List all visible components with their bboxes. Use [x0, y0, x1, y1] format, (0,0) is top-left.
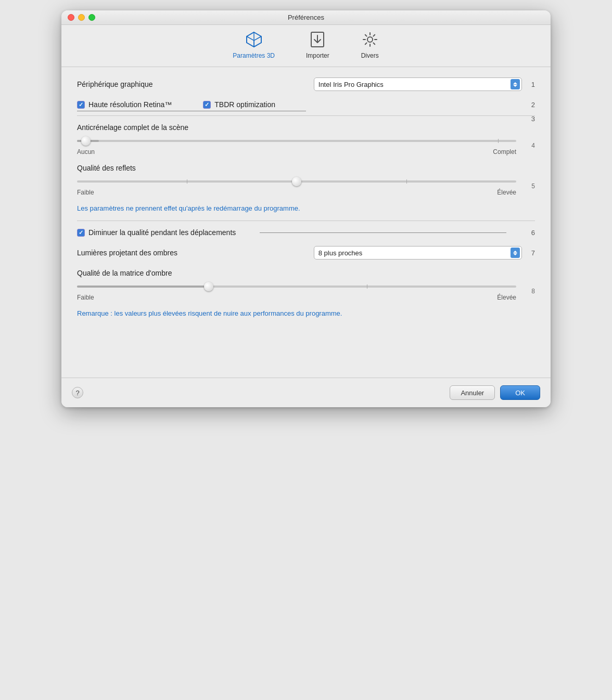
tab-divers[interactable]: Divers: [361, 30, 379, 59]
graphics-select[interactable]: Intel Iris Pro Graphics: [314, 77, 522, 91]
anticrenelag-slider-row: Aucun Complet 4: [77, 136, 535, 155]
annotation-6: 6: [531, 229, 535, 237]
matrice-thumb[interactable]: [204, 282, 213, 291]
anticrenelag-tick: [498, 139, 499, 143]
retina-checkbox-item[interactable]: Haute résolution Retina™: [77, 100, 172, 109]
ok-button[interactable]: OK: [500, 385, 540, 400]
annotation-3: 3: [531, 115, 535, 123]
toolbar: Paramètres 3D Importer Divers: [61, 25, 551, 67]
reflets-label-low: Faible: [77, 189, 94, 196]
tab-3d-settings[interactable]: Paramètres 3D: [233, 30, 275, 59]
preferences-window: Préférences Paramètres 3D Importe: [61, 10, 551, 407]
tbdr-checkbox[interactable]: [203, 101, 211, 109]
tab-import[interactable]: Importer: [306, 30, 329, 59]
graphics-label: Périphérique graphique: [77, 80, 314, 88]
window-title: Préférences: [288, 14, 324, 21]
footer: ? Annuler OK: [61, 378, 551, 407]
retina-underline: [77, 111, 306, 111]
reflets-slider-row: Faible Élevée 5: [77, 176, 535, 196]
3d-cube-icon: [245, 30, 263, 49]
annotation-8: 8: [525, 288, 535, 295]
annotation-7: 7: [531, 249, 535, 257]
divider-2: [77, 221, 535, 221]
anticrenelag-label-none: Aucun: [77, 148, 95, 155]
graphics-row: Périphérique graphique Intel Iris Pro Gr…: [77, 77, 535, 91]
diminuer-label: Diminuer la qualité pendant les déplacem…: [88, 228, 236, 237]
diminuer-checkbox-row: Diminuer la qualité pendant les déplacem…: [77, 228, 535, 237]
traffic-lights: [68, 14, 95, 21]
diminuer-checkbox-item[interactable]: Diminuer la qualité pendant les déplacem…: [77, 228, 236, 237]
tab-import-label: Importer: [306, 52, 329, 59]
maximize-button[interactable]: [88, 14, 95, 21]
matrice-fill: [77, 286, 209, 288]
matrice-section: Qualité de la matrice d'ombre Faible Éle…: [77, 269, 535, 301]
matrice-labels: Faible Élevée: [77, 294, 516, 301]
spacer: [61, 336, 551, 378]
reflets-tick-3: [406, 179, 407, 184]
minimize-button[interactable]: [78, 14, 85, 21]
checkbox-row: Haute résolution Retina™ TBDR optimizati…: [77, 100, 535, 109]
footer-buttons: Annuler OK: [450, 385, 540, 400]
graphics-select-wrapper: Intel Iris Pro Graphics: [314, 77, 522, 91]
annotation-5: 5: [525, 183, 535, 190]
lumieres-row: Lumières projetant des ombres 8 plus pro…: [77, 246, 535, 260]
lumieres-label: Lumières projetant des ombres: [77, 249, 314, 257]
svg-point-1: [367, 37, 373, 42]
remarque-text: Remarque : les valeurs plus élevées risq…: [77, 309, 535, 317]
import-icon: [308, 30, 327, 49]
lumieres-select[interactable]: 8 plus proches: [314, 246, 522, 260]
matrice-tick: [367, 284, 367, 289]
lumieres-select-wrapper: 8 plus proches: [314, 246, 522, 260]
matrice-track: [77, 286, 516, 288]
tbdr-checkbox-item[interactable]: TBDR optimization: [203, 100, 275, 109]
anticrenelag-labels: Aucun Complet: [77, 148, 516, 155]
anticrenelag-section: Anticrénelage complet de la scène Aucun …: [77, 123, 535, 155]
diminuer-line: [260, 232, 506, 233]
reflets-section: Qualité des reflets Faible: [77, 164, 535, 196]
anticrenelag-title: Anticrénelage complet de la scène: [77, 123, 535, 132]
matrice-title: Qualité de la matrice d'ombre: [77, 269, 535, 277]
tbdr-label: TBDR optimization: [214, 100, 275, 109]
annotation-1: 1: [531, 81, 535, 88]
matrice-slider-container: [77, 281, 516, 292]
anticrenelag-slider-wrapper: Aucun Complet: [77, 136, 516, 155]
reflets-thumb[interactable]: [292, 177, 301, 186]
annotation-2: 2: [531, 101, 535, 109]
reflets-label-high: Élevée: [497, 189, 516, 196]
gear-icon: [361, 30, 379, 49]
divider-1: [77, 115, 535, 116]
tab-divers-label: Divers: [361, 52, 379, 59]
reflets-labels: Faible Élevée: [77, 189, 516, 196]
retina-checkbox[interactable]: [77, 101, 85, 109]
title-bar: Préférences: [61, 10, 551, 25]
matrice-label-low: Faible: [77, 294, 94, 301]
anticrenelag-slider-container: [77, 136, 516, 146]
reflets-tick-1: [187, 179, 187, 184]
annotation-4: 4: [525, 142, 535, 149]
diminuer-row: Diminuer la qualité pendant les déplacem…: [77, 228, 535, 237]
anticrenelag-track: [77, 140, 516, 142]
tab-3d-label: Paramètres 3D: [233, 52, 275, 59]
close-button[interactable]: [68, 14, 74, 21]
reflets-track: [77, 180, 516, 183]
graphics-control: Intel Iris Pro Graphics: [314, 77, 522, 91]
reflets-slider-wrapper: Faible Élevée: [77, 176, 516, 196]
reflets-title: Qualité des reflets: [77, 164, 535, 172]
anticrenelag-label-complete: Complet: [493, 148, 516, 155]
cancel-button[interactable]: Annuler: [450, 385, 495, 400]
lumieres-control: 8 plus proches: [314, 246, 522, 260]
matrice-slider-row: Faible Élevée 8: [77, 281, 535, 301]
reflets-slider-container: [77, 176, 516, 187]
matrice-slider-wrapper: Faible Élevée: [77, 281, 516, 301]
help-button[interactable]: ?: [72, 387, 83, 398]
info-text: Les paramètres ne prennent effet qu'aprè…: [77, 204, 535, 212]
retina-label: Haute résolution Retina™: [88, 100, 172, 109]
main-content: Périphérique graphique Intel Iris Pro Gr…: [61, 67, 551, 336]
anticrenelag-thumb[interactable]: [81, 136, 91, 146]
matrice-label-high: Élevée: [497, 294, 516, 301]
diminuer-checkbox[interactable]: [77, 229, 85, 237]
